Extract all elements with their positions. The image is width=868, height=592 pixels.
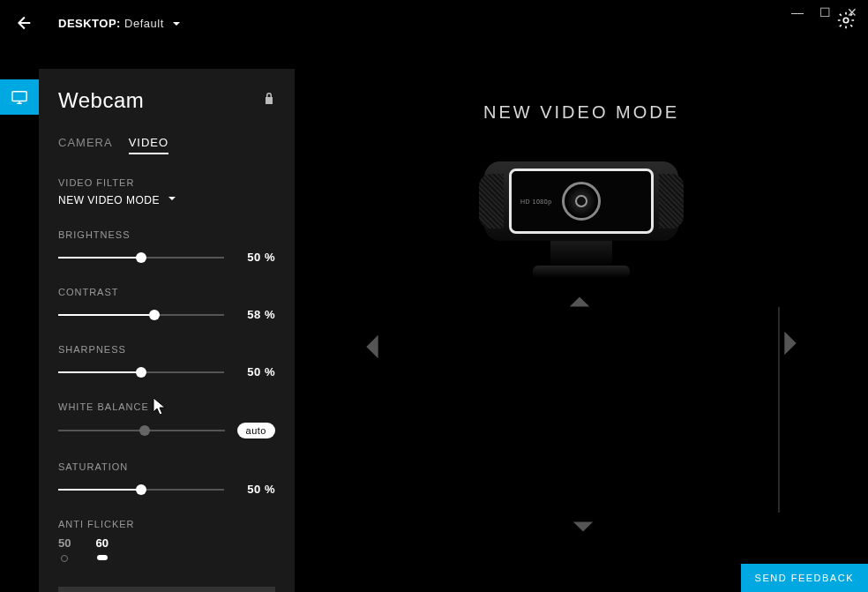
camera-hd-badge: HD 1080p	[520, 199, 552, 205]
saturation-value: 50 %	[236, 483, 275, 496]
brightness-slider[interactable]	[58, 257, 224, 259]
tab-camera[interactable]: CAMERA	[58, 136, 113, 154]
radio-icon	[61, 555, 68, 562]
white-balance-label: WHITE BALANCE	[58, 401, 275, 412]
chevron-down-icon	[171, 17, 182, 30]
desktop-selector[interactable]: DESKTOP: Default	[58, 17, 182, 30]
sharpness-label: SHARPNESS	[58, 344, 275, 355]
webcam-rail-button[interactable]	[0, 79, 39, 115]
anti-flicker-50[interactable]: 50	[58, 536, 71, 562]
preview-title: NEW VIDEO MODE	[295, 102, 868, 123]
send-feedback-button[interactable]: SEND FEEDBACK	[741, 564, 868, 592]
chevron-down-icon	[167, 193, 177, 206]
svg-rect-1	[12, 92, 26, 101]
saturation-label: SATURATION	[58, 461, 275, 472]
brightness-group: BRIGHTNESS 50 %	[58, 229, 275, 264]
nav-right-arrow-icon[interactable]	[782, 327, 799, 363]
video-filter-dropdown[interactable]: NEW VIDEO MODE	[58, 193, 275, 206]
desktop-label: DESKTOP:	[58, 17, 121, 30]
sharpness-group: SHARPNESS 50 %	[58, 344, 275, 378]
radio-selected-icon	[97, 555, 108, 560]
saturation-slider[interactable]	[58, 489, 224, 491]
desktop-value: Default	[124, 17, 164, 30]
settings-gear-icon[interactable]	[836, 11, 856, 34]
anti-flicker-label: ANTI FLICKER	[58, 519, 275, 529]
brightness-value: 50 %	[236, 251, 275, 264]
video-filter-value: NEW VIDEO MODE	[58, 194, 160, 206]
contrast-label: CONTRAST	[58, 287, 275, 297]
contrast-slider[interactable]	[58, 314, 224, 316]
video-filter-label: VIDEO FILTER	[58, 177, 275, 188]
sharpness-value: 50 %	[236, 365, 275, 378]
settings-panel: Webcam CAMERA VIDEO VIDEO FILTER NEW VID…	[39, 69, 295, 592]
nav-up-arrow-icon[interactable]	[567, 293, 595, 311]
app-header: DESKTOP: Default	[12, 11, 856, 35]
nav-left-arrow-icon[interactable]	[363, 327, 381, 363]
nav-down-arrow-icon[interactable]	[567, 518, 595, 536]
svg-point-0	[843, 18, 849, 23]
contrast-group: CONTRAST 58 %	[58, 287, 275, 321]
anti-flicker-60[interactable]: 60	[95, 536, 108, 560]
anti-flicker-group: ANTI FLICKER 50 60	[58, 519, 275, 562]
white-balance-group: WHITE BALANCE auto	[58, 401, 275, 438]
panel-title: Webcam	[58, 88, 144, 113]
webcam-image: HD 1080p	[484, 161, 678, 278]
white-balance-slider[interactable]	[58, 430, 225, 431]
side-rail	[0, 79, 39, 115]
lock-icon[interactable]	[263, 92, 275, 109]
white-balance-auto-toggle[interactable]: auto	[237, 423, 275, 438]
sharpness-slider[interactable]	[58, 371, 224, 373]
restore-defaults-button[interactable]: RESTORE VIDEO DEFAULTS	[58, 587, 275, 592]
back-arrow-icon[interactable]	[12, 12, 34, 34]
preview-area: NEW VIDEO MODE HD 1080p SEND FEEDBACK	[295, 69, 868, 592]
saturation-group: SATURATION 50 %	[58, 461, 275, 496]
tab-video[interactable]: VIDEO	[129, 136, 168, 154]
contrast-value: 58 %	[236, 308, 275, 321]
brightness-label: BRIGHTNESS	[58, 229, 275, 240]
tab-row: CAMERA VIDEO	[58, 136, 275, 154]
preview-frame-edge	[778, 307, 780, 513]
